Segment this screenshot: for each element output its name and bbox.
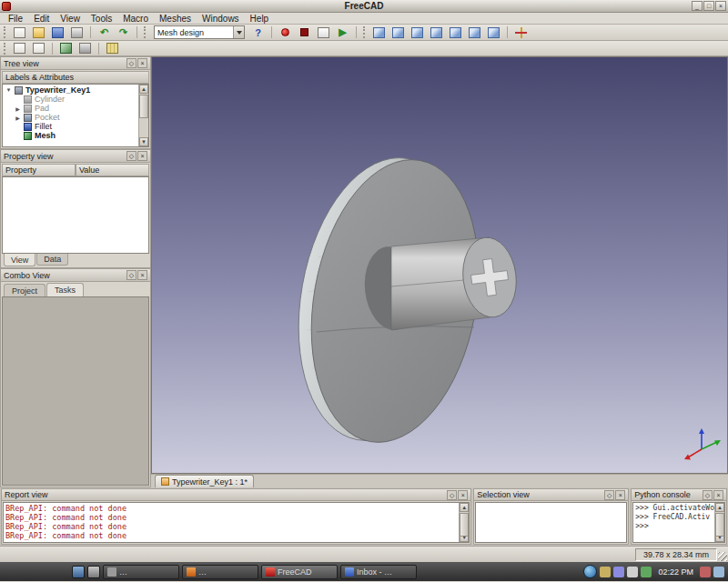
resize-grip[interactable]: [718, 552, 727, 561]
close-icon[interactable]: ×: [458, 490, 468, 500]
undock-icon[interactable]: ◇: [126, 270, 136, 280]
network-tray-icon[interactable]: [641, 567, 652, 577]
workbench-selector[interactable]: Mesh design: [154, 25, 245, 39]
undock-icon[interactable]: ◇: [703, 490, 713, 500]
tree-item-cylinder[interactable]: Cylinder: [3, 95, 138, 104]
toolbar-grip[interactable]: [4, 26, 7, 38]
tree-scrollbar[interactable]: ▲ ▼: [138, 85, 148, 146]
close-icon[interactable]: ×: [137, 270, 147, 280]
value-column-header[interactable]: Value: [76, 164, 149, 176]
bluetooth-tray-icon[interactable]: [613, 567, 624, 577]
expand-open-icon[interactable]: ▼: [5, 87, 12, 93]
print-button[interactable]: [68, 25, 86, 40]
undock-icon[interactable]: ◇: [126, 151, 136, 161]
3d-viewport[interactable]: [151, 56, 728, 474]
launcher-icon[interactable]: [72, 566, 85, 578]
view-left-button[interactable]: [485, 25, 502, 40]
minimize-button[interactable]: _: [692, 1, 703, 11]
scroll-up-icon[interactable]: ▲: [139, 85, 148, 94]
menu-macro[interactable]: Macro: [117, 13, 154, 25]
view-front-button[interactable]: [389, 25, 407, 40]
view-rear-button[interactable]: [447, 25, 464, 40]
menu-file[interactable]: File: [3, 13, 28, 25]
open-file-button[interactable]: [30, 25, 47, 40]
view-right-button[interactable]: [428, 25, 445, 40]
macro-stop-button[interactable]: [296, 25, 313, 40]
tab-project[interactable]: Project: [4, 284, 46, 296]
scrollbar-thumb[interactable]: [139, 95, 148, 118]
menu-tools[interactable]: Tools: [86, 13, 117, 25]
menu-windows[interactable]: Windows: [197, 13, 245, 25]
undo-button[interactable]: ↶: [96, 25, 113, 40]
tab-tasks[interactable]: Tasks: [46, 283, 84, 296]
macro-edit-button[interactable]: [315, 25, 332, 40]
document-tab-typewriter-key1[interactable]: Typewriter_Key1 : 1*: [155, 475, 254, 487]
toolbar-separator: [136, 26, 137, 38]
menu-view[interactable]: View: [55, 13, 86, 25]
python-console-input[interactable]: >>> Gui.activateWo >>> FreeCAD.Activ >>>: [633, 503, 714, 542]
taskbar-window-1[interactable]: …: [103, 565, 179, 579]
undock-icon[interactable]: ◇: [126, 58, 136, 68]
export-mesh-button[interactable]: [30, 41, 47, 55]
python-scrollbar[interactable]: ▲ ▼: [714, 503, 724, 542]
property-table[interactable]: [2, 176, 149, 254]
redo-button[interactable]: ↷: [115, 25, 132, 40]
close-icon[interactable]: ×: [615, 490, 625, 500]
measure-button[interactable]: [512, 25, 530, 40]
mesh-measure-button[interactable]: [104, 41, 121, 55]
taskbar-clock[interactable]: 02:22 PM: [654, 567, 697, 577]
scroll-down-icon[interactable]: ▼: [139, 137, 148, 146]
tab-view[interactable]: View: [4, 254, 35, 266]
undock-icon[interactable]: ◇: [604, 490, 614, 500]
3d-scene[interactable]: [152, 57, 728, 474]
power-tray-icon[interactable]: [700, 567, 711, 577]
tab-data[interactable]: Data: [36, 254, 68, 266]
volume-tray-icon[interactable]: [627, 567, 638, 577]
report-scrollbar[interactable]: ▲ ▼: [459, 503, 469, 542]
import-mesh-button[interactable]: [11, 41, 28, 55]
mesh-from-shape-button[interactable]: [57, 41, 75, 55]
toolbar-grip[interactable]: [363, 26, 367, 38]
tree-item-pad[interactable]: ▶ Pad: [3, 104, 138, 113]
toolbar-main: ↶ ↷ Mesh design ? ▶: [0, 25, 728, 41]
mesh-analyze-button[interactable]: [76, 41, 94, 55]
toolbar-grip[interactable]: [144, 26, 147, 38]
close-icon[interactable]: ×: [137, 151, 147, 161]
view-top-button[interactable]: [409, 25, 426, 40]
macro-play-button[interactable]: ▶: [334, 25, 351, 40]
clipboard-tray-icon[interactable]: [600, 567, 611, 577]
save-button[interactable]: [49, 25, 66, 40]
taskbar-window-freecad[interactable]: FreeCAD: [261, 565, 338, 579]
selection-list[interactable]: [475, 502, 627, 543]
close-icon[interactable]: ×: [137, 58, 147, 68]
undock-icon[interactable]: ◇: [447, 490, 457, 500]
taskbar-window-2[interactable]: …: [182, 565, 258, 579]
whats-this-button[interactable]: ?: [249, 25, 267, 40]
tree-item-typewriter-key1[interactable]: ▼ Typewriter_Key1: [3, 85, 138, 95]
launcher-icon[interactable]: [87, 566, 100, 578]
menu-help[interactable]: Help: [245, 13, 275, 25]
updater-icon[interactable]: [583, 565, 597, 578]
toolbar-grip[interactable]: [4, 43, 7, 55]
tree-item-fillet[interactable]: Fillet: [3, 122, 138, 131]
new-file-button[interactable]: [11, 25, 28, 40]
scroll-up-icon[interactable]: ▲: [715, 503, 724, 512]
scrollbar-thumb[interactable]: [460, 513, 469, 537]
tree-item-mesh[interactable]: Mesh: [3, 131, 138, 140]
maximize-button[interactable]: □: [703, 1, 714, 11]
workspace-tray-icon[interactable]: [713, 567, 724, 577]
menu-meshes[interactable]: Meshes: [154, 13, 197, 25]
close-icon[interactable]: ×: [713, 490, 723, 500]
tree-item-pocket[interactable]: ▶ Pocket: [3, 113, 138, 122]
expand-closed-icon[interactable]: ▶: [15, 115, 21, 121]
menu-edit[interactable]: Edit: [28, 13, 55, 25]
close-button[interactable]: ×: [715, 1, 726, 11]
scroll-up-icon[interactable]: ▲: [460, 503, 469, 512]
view-axonometric-button[interactable]: [370, 25, 388, 40]
macro-record-button[interactable]: [277, 25, 294, 40]
property-column-header[interactable]: Property: [2, 164, 76, 176]
taskbar-window-inbox[interactable]: Inbox - …: [340, 565, 417, 579]
expand-closed-icon[interactable]: ▶: [15, 105, 21, 112]
view-bottom-button[interactable]: [466, 25, 483, 40]
scrollbar-thumb[interactable]: [715, 513, 724, 537]
